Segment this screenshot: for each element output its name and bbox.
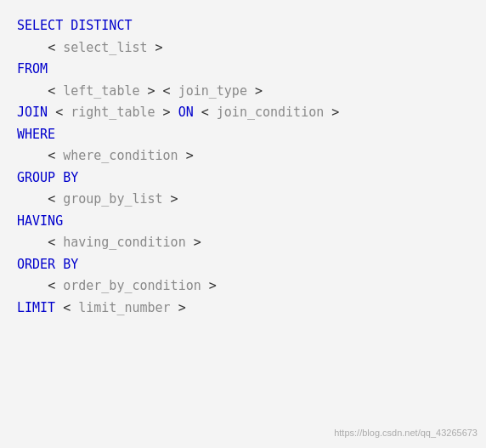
code-part-placeholder: select_list [63, 40, 147, 55]
code-part-keyword: ORDER BY [17, 257, 78, 272]
code-line: < left_table > < join_type > [17, 81, 469, 103]
code-part-angle: < [55, 105, 71, 120]
code-part-keyword: JOIN [17, 105, 48, 120]
code-part-angle: < [63, 300, 78, 315]
code-part-angle: < [48, 40, 63, 55]
watermark: https://blog.csdn.net/qq_43265673 [334, 425, 478, 441]
code-part-angle: > [324, 105, 339, 120]
code-part-plain [17, 40, 48, 55]
code-part-plain [17, 191, 48, 207]
code-part-angle: > [247, 83, 263, 99]
code-part-placeholder: right_table [71, 105, 155, 120]
code-part-angle: < [163, 83, 178, 99]
code-container: SELECT DISTINCT < select_list >FROM < le… [0, 0, 486, 448]
code-line: SELECT DISTINCT [17, 15, 469, 37]
code-part-placeholder: where_condition [63, 148, 178, 163]
code-line: < order_by_condition > [17, 275, 469, 298]
code-part-placeholder: join_condition [217, 105, 324, 120]
code-part-plain [55, 300, 63, 315]
code-part-angle: < [48, 148, 63, 163]
code-part-plain [194, 105, 201, 120]
code-part-angle: > [201, 278, 217, 293]
code-line: < group_by_list > [17, 189, 469, 211]
code-part-angle: < [48, 235, 63, 250]
code-block: SELECT DISTINCT < select_list >FROM < le… [17, 15, 469, 319]
code-part-plain [17, 83, 48, 99]
code-line: ORDER BY [17, 254, 469, 276]
code-part-placeholder: having_condition [63, 235, 186, 250]
code-part-angle: < [201, 105, 217, 120]
code-part-angle: < [48, 83, 63, 99]
code-part-placeholder: order_by_condition [63, 278, 201, 293]
code-part-angle: > [163, 191, 178, 207]
code-part-angle: < [48, 191, 63, 207]
code-part-keyword: LIMIT [17, 300, 55, 315]
code-line: < select_list > [17, 37, 469, 60]
code-line: JOIN < right_table > ON < join_condition… [17, 102, 469, 124]
code-part-angle: < [48, 278, 63, 293]
code-part-keyword: FROM [17, 61, 48, 77]
code-line: < where_condition > [17, 145, 469, 167]
code-part-plain [17, 235, 48, 250]
code-line: < having_condition > [17, 232, 469, 254]
code-part-placeholder: left_table [63, 83, 139, 99]
code-part-plain [48, 105, 55, 120]
code-part-keyword: HAVING [17, 213, 63, 229]
code-part-keyword: ON [178, 105, 194, 120]
code-part-keyword: WHERE [17, 127, 55, 142]
code-part-angle: > [171, 300, 186, 315]
code-line: HAVING [17, 211, 469, 233]
code-line: GROUP BY [17, 167, 469, 190]
code-part-placeholder: limit_number [78, 300, 170, 315]
code-line: LIMIT < limit_number > [17, 298, 469, 320]
code-line: WHERE [17, 124, 469, 146]
code-part-angle: > [140, 83, 163, 99]
code-part-placeholder: join_type [178, 83, 247, 99]
code-line: FROM [17, 59, 469, 81]
code-part-angle: > [148, 40, 163, 55]
code-part-angle: > [186, 235, 201, 250]
code-part-plain [17, 278, 48, 293]
code-part-keyword: GROUP BY [17, 170, 78, 185]
code-part-plain [17, 148, 48, 163]
code-part-angle: > [178, 148, 194, 163]
code-part-angle: > [155, 105, 178, 120]
code-part-placeholder: group_by_list [63, 191, 162, 207]
code-part-keyword: SELECT DISTINCT [17, 18, 132, 33]
